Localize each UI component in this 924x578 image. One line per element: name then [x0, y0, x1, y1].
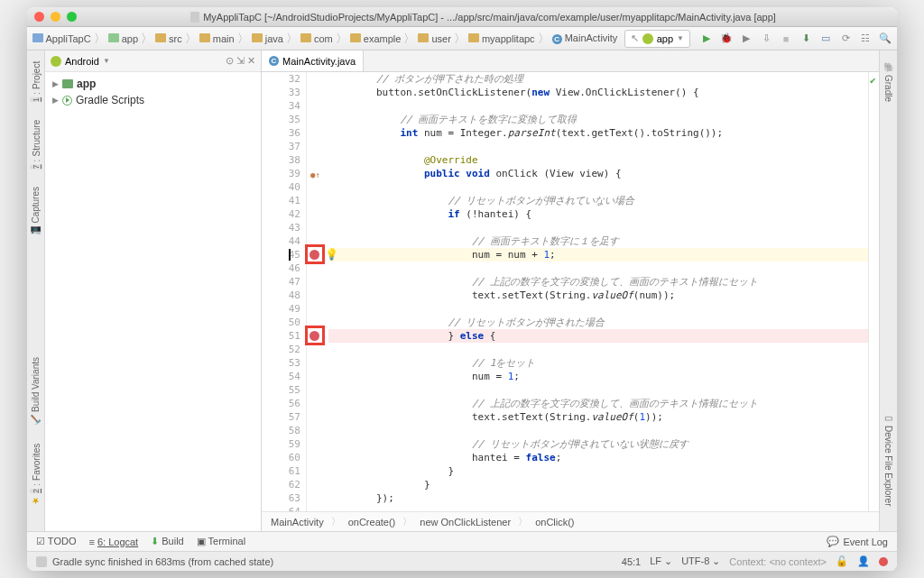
left-tool-rail: 1: Project 7: Structure 📷 Captures 🔨 Bui…: [27, 50, 45, 531]
minimize-button[interactable]: [51, 12, 60, 22]
run-config-selector[interactable]: ↖ app ▼: [624, 30, 690, 48]
sidebar-settings-icon[interactable]: ⊙ ⇲ ✕: [226, 55, 255, 67]
class-icon: C: [269, 56, 279, 66]
sdk-manager-button[interactable]: ⬇: [799, 32, 812, 45]
code-editor[interactable]: 3233343536373839404142434445464748495051…: [262, 72, 879, 511]
lock-icon[interactable]: 🔓: [836, 555, 848, 567]
bottom-tool-bar: ☑ TODO ≡ 6: Logcat ⬇ Build ▣ Terminal 💬 …: [27, 531, 897, 551]
tool-build[interactable]: ⬇ Build: [151, 536, 184, 547]
project-structure-button[interactable]: ☷: [859, 32, 872, 45]
file-encoding[interactable]: UTF-8: [681, 555, 709, 566]
avd-manager-button[interactable]: ▭: [819, 32, 832, 45]
tool-build-variants[interactable]: 🔨 Build Variants: [31, 357, 41, 426]
sidebar-view-label: Android: [65, 56, 99, 67]
tool-event-log[interactable]: 💬 Event Log: [827, 536, 888, 547]
close-button[interactable]: [34, 12, 44, 22]
line-separator[interactable]: LF: [650, 555, 661, 566]
run-button[interactable]: ▶: [700, 32, 713, 45]
tool-logcat[interactable]: ≡ 6: Logcat: [88, 537, 138, 547]
window-titlebar: MyAppliTapC [~/AndroidStudioProjects/MyA…: [27, 7, 897, 27]
tool-favorites[interactable]: ★ 2: Favorites: [30, 444, 42, 506]
tool-structure[interactable]: 7: Structure: [30, 120, 42, 169]
editor-breadcrumb[interactable]: MainActivity〉onCreate()〉new OnClickListe…: [262, 511, 879, 531]
tool-project[interactable]: 1: Project: [30, 61, 42, 102]
inspection-ok-icon: ✔: [870, 74, 876, 87]
android-icon: [642, 33, 653, 44]
editor-tabs: C MainActivity.java: [262, 50, 879, 72]
window-title: MyAppliTapC [~/AndroidStudioProjects/MyA…: [203, 12, 776, 23]
run-config-name: app: [657, 33, 673, 44]
nav-breadcrumbs[interactable]: AppliTapC〉 app〉 src〉 main〉 java〉 com〉 ex…: [32, 31, 617, 47]
navigation-toolbar: AppliTapC〉 app〉 src〉 main〉 java〉 com〉 ex…: [27, 27, 897, 50]
tool-gradle[interactable]: 🐘 Gradle: [883, 61, 893, 102]
caret-position[interactable]: 45:1: [622, 556, 641, 567]
status-message: Gradle sync finished in 683ms (from cach…: [52, 556, 273, 567]
tool-captures[interactable]: 📷 Captures: [31, 187, 41, 237]
attach-debugger-button[interactable]: ⇩: [760, 32, 772, 45]
tree-gradle-scripts[interactable]: ▶Gradle Scripts: [45, 92, 261, 108]
file-icon: [190, 12, 199, 23]
gutter-marks[interactable]: ●↑💡●↑: [307, 72, 323, 511]
tool-todo[interactable]: ☑ TODO: [36, 536, 76, 547]
gutter[interactable]: 3233343536373839404142434445464748495051…: [262, 72, 307, 511]
status-bar: Gradle sync finished in 683ms (from cach…: [27, 551, 897, 571]
android-view-icon: [51, 56, 61, 67]
error-stripe[interactable]: ✔: [868, 72, 879, 511]
error-indicator[interactable]: [879, 557, 888, 566]
hector-icon[interactable]: 👤: [857, 555, 870, 567]
search-button[interactable]: 🔍: [879, 32, 892, 45]
context-label[interactable]: Context: <no context>: [729, 556, 827, 567]
tab-mainactivity[interactable]: C MainActivity.java: [262, 50, 364, 71]
sync-button[interactable]: ⟳: [839, 32, 852, 45]
tool-device-file-explorer[interactable]: ▭ Device File Explorer: [883, 413, 893, 506]
tab-label: MainActivity.java: [282, 56, 356, 67]
tree-app[interactable]: ▶app: [45, 76, 261, 92]
stop-button[interactable]: ■: [780, 32, 792, 45]
sidebar-header[interactable]: Android ▼ ⊙ ⇲ ✕: [45, 50, 261, 72]
tool-terminal[interactable]: ▣ Terminal: [197, 536, 245, 547]
status-icon[interactable]: [36, 556, 47, 567]
project-sidebar: Android ▼ ⊙ ⇲ ✕ ▶app ▶Gradle Scripts: [45, 50, 262, 531]
profile-button[interactable]: ▶: [740, 32, 753, 45]
maximize-button[interactable]: [67, 12, 77, 22]
right-tool-rail: 🐘 Gradle ▭ Device File Explorer: [879, 50, 897, 531]
debug-button[interactable]: 🐞: [720, 32, 733, 45]
